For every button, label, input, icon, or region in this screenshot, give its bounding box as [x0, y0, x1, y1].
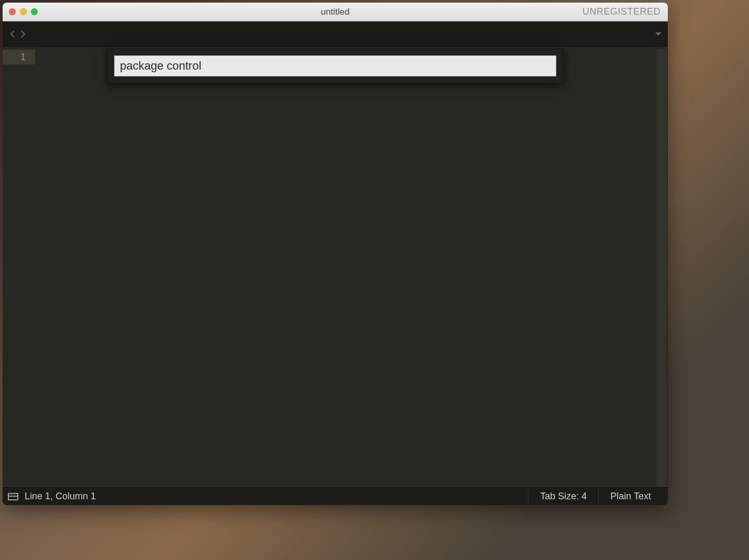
editor-window: untitled UNREGISTERED 1 Package Control:… — [3, 3, 668, 505]
unregistered-label: UNREGISTERED — [582, 6, 660, 17]
nav-back-button[interactable] — [8, 28, 17, 40]
cursor-position-label: Line 1, Column 1 — [25, 491, 96, 502]
gutter: 1 — [3, 47, 45, 487]
svg-rect-0 — [8, 494, 18, 500]
titlebar: untitled UNREGISTERED — [3, 3, 668, 21]
command-palette: Package Control: Add ChannelPackage Cont… — [107, 49, 563, 83]
command-palette-input[interactable] — [114, 55, 556, 76]
line-number: 1 — [3, 50, 35, 64]
tab-size-button[interactable]: Tab Size: 4 — [528, 488, 598, 505]
editor-area[interactable]: 1 Package Control: Add ChannelPackage Co… — [3, 47, 668, 487]
window-title: untitled — [3, 7, 668, 17]
nav-forward-button[interactable] — [18, 28, 28, 40]
syntax-button[interactable]: Plain Text — [598, 488, 663, 505]
tab-dropdown-icon[interactable] — [654, 31, 663, 37]
panel-switcher-icon[interactable] — [8, 492, 18, 501]
minimap[interactable] — [656, 49, 667, 487]
tab-bar — [3, 21, 668, 47]
status-bar: Line 1, Column 1 Tab Size: 4 Plain Text — [3, 487, 668, 505]
